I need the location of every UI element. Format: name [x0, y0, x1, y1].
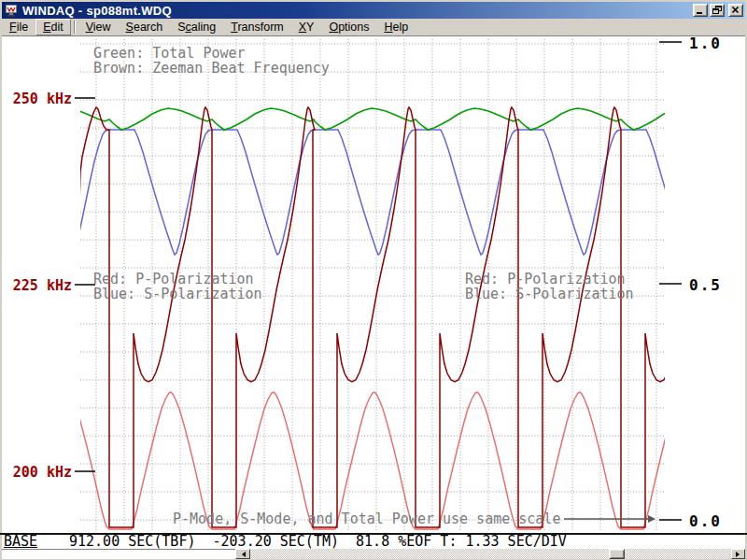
- scrollbar-track[interactable]: [250, 549, 731, 559]
- windaq-app-icon: [4, 4, 19, 17]
- horizontal-scrollbar: [2, 549, 745, 559]
- scroll-left-button[interactable]: [235, 549, 250, 559]
- minimize-button[interactable]: [693, 4, 708, 17]
- menu-help[interactable]: Help: [377, 19, 416, 35]
- left-axis-tick-225: 225 kHz: [12, 277, 72, 294]
- close-icon: [731, 6, 740, 15]
- legend-top: Green: Total PowerBrown: Zeeman Beat Fre…: [93, 46, 330, 76]
- menu-bar: File Edit View Search Scaling Transform …: [2, 19, 745, 36]
- status-base-label: BASE: [4, 535, 37, 549]
- menu-xy[interactable]: XY: [291, 19, 322, 35]
- menu-transform[interactable]: Transform: [223, 19, 291, 35]
- left-axis-tick-250: 250 kHz: [12, 91, 72, 107]
- legend-bottom: P-Mode, S-Mode, and Total Power use same…: [173, 511, 560, 526]
- close-button[interactable]: [728, 4, 743, 17]
- left-arrow-icon: [239, 552, 246, 557]
- status-values: 912.00 SEC(TBF) -203.20 SEC(TM) 81.8 %EO…: [69, 535, 567, 549]
- minimize-icon: [696, 6, 705, 15]
- legend-middle-right: Red: P-PolarizationBlue: S-Polarization: [465, 272, 634, 301]
- window-controls: [691, 4, 743, 17]
- menu-edit[interactable]: Edit: [35, 19, 71, 35]
- right-axis-tick-0.5: 0.5: [689, 276, 722, 294]
- windaq-window: { "window": { "title": "WINDAQ - sp088mt…: [0, 0, 747, 560]
- menu-file[interactable]: File: [2, 19, 35, 35]
- scroll-right-button[interactable]: [731, 549, 745, 559]
- right-axis-tick-1.0: 1.0: [689, 35, 722, 52]
- legend-middle-left: Red: P-PolarizationBlue: S-Polarization: [93, 272, 262, 301]
- right-axis-tick-0.0: 0.0: [689, 512, 722, 530]
- menu-view[interactable]: View: [78, 19, 119, 35]
- window-title: WINDAQ - sp088mt.WDQ: [22, 4, 172, 18]
- right-arrow-icon: [736, 552, 742, 557]
- restore-icon: [712, 6, 722, 15]
- menu-separator: [74, 21, 76, 34]
- scrollbar-thumb[interactable]: [609, 549, 625, 559]
- status-bar: BASE 912.00 SEC(TBF) -203.20 SEC(TM) 81.…: [2, 535, 745, 549]
- menu-scaling[interactable]: Scaling: [170, 19, 223, 35]
- left-axis-tick-200: 200 kHz: [12, 464, 72, 481]
- title-bar: WINDAQ - sp088mt.WDQ: [2, 2, 745, 19]
- restore-button[interactable]: [710, 4, 725, 17]
- menu-options[interactable]: Options: [321, 19, 376, 35]
- scrollbar-left-pane: [2, 549, 235, 559]
- menu-search[interactable]: Search: [119, 19, 171, 35]
